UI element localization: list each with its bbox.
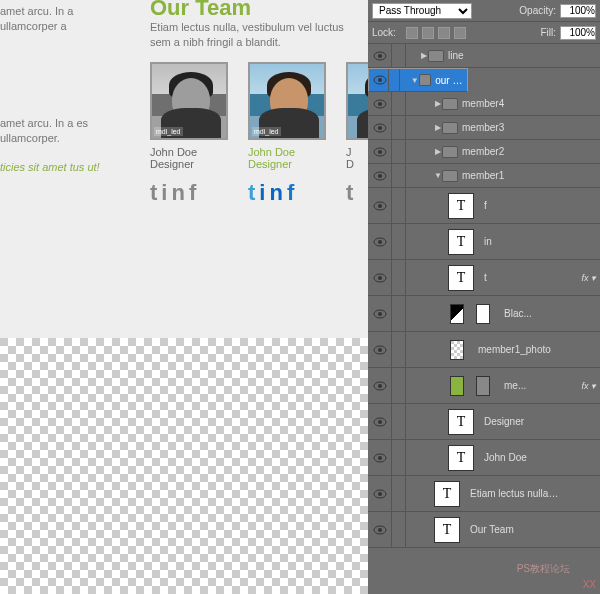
- layer-label: f: [484, 200, 487, 211]
- member-photo: mdi_led: [248, 62, 326, 140]
- visibility-toggle[interactable]: [368, 512, 392, 547]
- photo-badge: mdi_led: [154, 127, 183, 136]
- layer-row[interactable]: TEtiam lectus nulla, ...: [368, 476, 600, 512]
- visibility-toggle[interactable]: [368, 332, 392, 367]
- layer-thumb-icon: [450, 304, 464, 324]
- transparent-area: [0, 338, 368, 594]
- visibility-toggle[interactable]: [368, 368, 392, 403]
- lock-col: [392, 368, 406, 403]
- expand-arrow-icon[interactable]: ▶: [420, 51, 428, 60]
- text-layer-icon: T: [448, 229, 474, 255]
- lock-col: [392, 188, 406, 223]
- lock-col: [392, 116, 406, 139]
- text-layer-icon: T: [434, 517, 460, 543]
- layer-row[interactable]: TJohn Doe: [368, 440, 600, 476]
- layer-label: Our Team: [470, 524, 514, 535]
- lock-col: [392, 140, 406, 163]
- lock-col: [392, 296, 406, 331]
- social-icons: tinf: [150, 180, 232, 206]
- layer-row[interactable]: ▶line: [368, 44, 600, 68]
- visibility-toggle[interactable]: [368, 92, 392, 115]
- lock-label: Lock:: [372, 27, 396, 38]
- twitter-icon: t: [248, 180, 259, 206]
- expand-arrow-icon[interactable]: ▶: [434, 99, 442, 108]
- lock-col: [392, 164, 406, 187]
- member-name: John Doe: [248, 146, 330, 158]
- layer-row[interactable]: Ttfx ▾: [368, 260, 600, 296]
- svg-point-17: [378, 276, 382, 280]
- section-subtitle: Etiam lectus nulla, vestibulum vel luctu…: [150, 20, 350, 51]
- visibility-toggle[interactable]: [371, 69, 389, 91]
- layer-label: member2: [462, 146, 504, 157]
- svg-point-11: [378, 174, 382, 178]
- layer-row[interactable]: ▼member1: [368, 164, 600, 188]
- fill-input[interactable]: [560, 26, 596, 40]
- visibility-toggle[interactable]: [368, 140, 392, 163]
- link-icon: [492, 309, 498, 319]
- layer-label: Blac...: [504, 308, 532, 319]
- design-canvas[interactable]: amet arcu. In a ullamcorper a amet arcu.…: [0, 0, 368, 594]
- layer-row[interactable]: TDesigner: [368, 404, 600, 440]
- layer-label: our team: [435, 75, 465, 86]
- layer-row[interactable]: ▶member3: [368, 116, 600, 140]
- layers-list[interactable]: ▶line▼our team▶member4▶member3▶member2▼m…: [368, 44, 600, 594]
- layer-row[interactable]: ▶member4: [368, 92, 600, 116]
- lock-transparent-icon[interactable]: [406, 27, 418, 39]
- lock-image-icon[interactable]: [422, 27, 434, 39]
- body-text-2: amet arcu. In a es ullamcorper.: [0, 116, 130, 147]
- visibility-toggle[interactable]: [368, 164, 392, 187]
- lock-col: [392, 44, 406, 67]
- visibility-toggle[interactable]: [368, 440, 392, 475]
- member-name: John Doe: [150, 146, 232, 158]
- layer-row[interactable]: member1_photo: [368, 332, 600, 368]
- expand-arrow-icon[interactable]: ▶: [434, 123, 442, 132]
- layer-row[interactable]: ▶member2: [368, 140, 600, 164]
- visibility-toggle[interactable]: [368, 404, 392, 439]
- expand-arrow-icon[interactable]: ▶: [434, 147, 442, 156]
- text-layer-icon: T: [448, 265, 474, 291]
- layers-panel: Pass Through Opacity: Lock: Fill: ▶line▼…: [368, 0, 600, 594]
- lock-all-icon[interactable]: [454, 27, 466, 39]
- layer-row[interactable]: Tin: [368, 224, 600, 260]
- layer-label: t: [484, 272, 487, 283]
- folder-icon: [419, 74, 432, 86]
- layer-label: Etiam lectus nulla, ...: [470, 488, 560, 499]
- visibility-toggle[interactable]: [368, 116, 392, 139]
- lock-col: [392, 224, 406, 259]
- visibility-toggle[interactable]: [368, 44, 392, 67]
- body-text-3: ticies sit amet tus ut!: [0, 160, 130, 175]
- lock-col: [389, 69, 400, 91]
- layer-row[interactable]: TOur Team: [368, 512, 600, 548]
- expand-arrow-icon[interactable]: ▼: [411, 76, 419, 85]
- visibility-toggle[interactable]: [368, 224, 392, 259]
- fx-badge[interactable]: fx ▾: [581, 273, 596, 283]
- layer-row[interactable]: ▼our team: [368, 68, 468, 92]
- visibility-toggle[interactable]: [368, 296, 392, 331]
- fx-badge[interactable]: fx ▾: [581, 381, 596, 391]
- lock-row: Lock: Fill:: [368, 22, 600, 44]
- visibility-toggle[interactable]: [368, 476, 392, 511]
- layer-label: me...: [504, 380, 526, 391]
- text-layer-icon: T: [448, 409, 474, 435]
- blend-mode-select[interactable]: Pass Through: [372, 3, 472, 19]
- visibility-toggle[interactable]: [368, 260, 392, 295]
- text-layer-icon: T: [434, 481, 460, 507]
- expand-arrow-icon[interactable]: ▼: [434, 171, 442, 180]
- svg-point-29: [378, 492, 382, 496]
- layer-row[interactable]: Tf: [368, 188, 600, 224]
- layer-row[interactable]: Blac...: [368, 296, 600, 332]
- folder-icon: [442, 98, 458, 110]
- opacity-input[interactable]: [560, 4, 596, 18]
- layer-row[interactable]: me...fx ▾: [368, 368, 600, 404]
- svg-point-13: [378, 204, 382, 208]
- facebook-icon: f: [189, 180, 200, 206]
- layer-label: Designer: [484, 416, 524, 427]
- text-layer-icon: T: [448, 193, 474, 219]
- body-text-1: amet arcu. In a ullamcorper a: [0, 4, 130, 35]
- folder-icon: [442, 170, 458, 182]
- member-role: Designer: [150, 158, 232, 170]
- lock-position-icon[interactable]: [438, 27, 450, 39]
- layer-label: member1: [462, 170, 504, 181]
- folder-icon: [442, 146, 458, 158]
- visibility-toggle[interactable]: [368, 188, 392, 223]
